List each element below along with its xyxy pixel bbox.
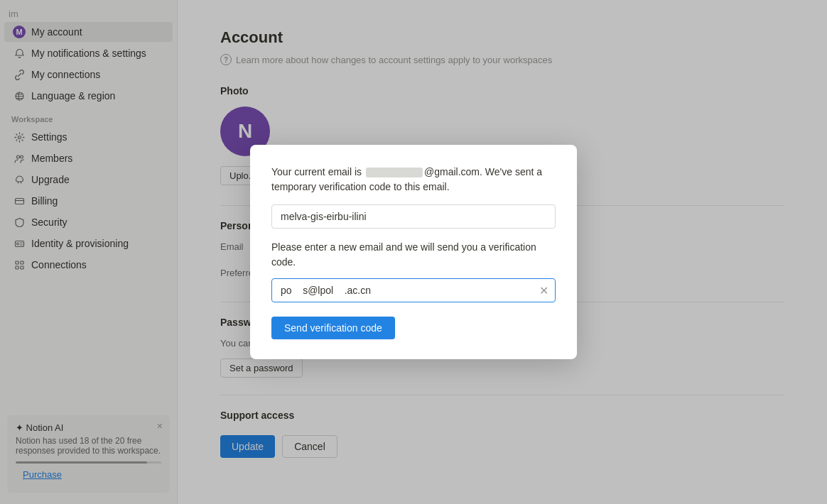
new-email-input[interactable] [271, 278, 556, 302]
modal-description-prefix: Your current email is [271, 166, 362, 177]
modal-new-email-desc: Please enter a new email and we will sen… [271, 240, 556, 270]
clear-icon[interactable]: ✕ [539, 284, 548, 297]
modal-email-domain: @gmail.com [424, 166, 480, 177]
modal-description: Your current email is @gmail.com. We've … [271, 165, 556, 195]
modal-blurred-email [366, 168, 423, 177]
verification-code-input[interactable] [271, 204, 556, 229]
overlay-backdrop: Your current email is @gmail.com. We've … [0, 0, 827, 504]
new-email-input-wrapper: ✕ [271, 278, 556, 302]
send-verification-code-button[interactable]: Send verification code [271, 317, 395, 339]
email-verification-modal: Your current email is @gmail.com. We've … [250, 145, 577, 359]
